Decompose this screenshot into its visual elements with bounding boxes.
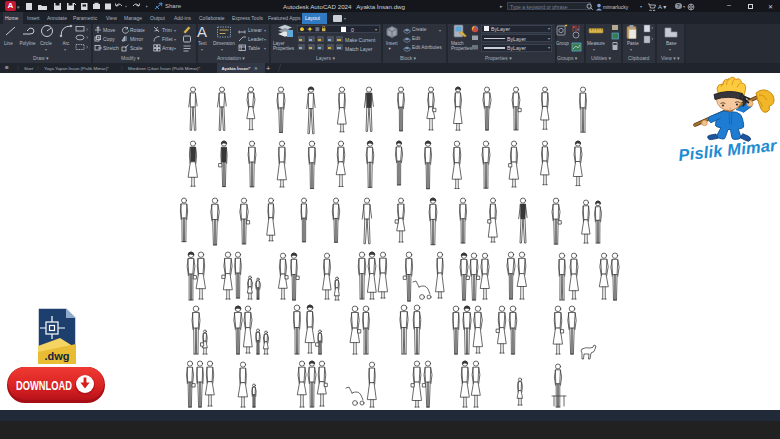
svg-text:Pislik Mimar: Pislik Mimar xyxy=(677,136,778,164)
svg-text:.dwg: .dwg xyxy=(44,350,69,362)
svg-text:DOWNLOAD: DOWNLOAD xyxy=(16,378,72,393)
